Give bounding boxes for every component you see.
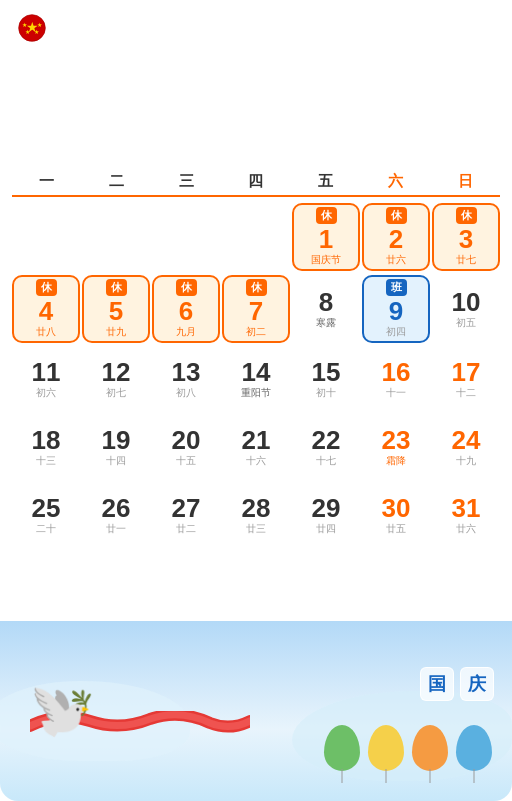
guoqing-label: 国庆 <box>420 667 494 701</box>
svg-text:★: ★ <box>25 28 30 35</box>
day-number: 15 <box>312 359 341 385</box>
day-cell: 30廿五 <box>362 483 430 547</box>
balloon-yellow <box>368 725 404 771</box>
day-number: 19 <box>102 427 131 453</box>
day-number: 20 <box>172 427 201 453</box>
day-number: 6 <box>179 298 193 324</box>
day-cell <box>12 203 80 271</box>
balloon-blue <box>456 725 492 771</box>
day-cell: 25二十 <box>12 483 80 547</box>
day-number: 7 <box>249 298 263 324</box>
lunar-date: 十六 <box>246 454 266 468</box>
month-display <box>492 0 494 12</box>
lunar-date: 二十 <box>36 522 56 536</box>
lunar-date: 九月 <box>176 325 196 339</box>
day-cell: 24十九 <box>432 415 500 479</box>
lunar-date: 初二 <box>246 325 266 339</box>
day-number: 22 <box>312 427 341 453</box>
day-cell: 12初七 <box>82 347 150 411</box>
holiday-badge: 休 <box>316 207 337 224</box>
day-number: 3 <box>459 226 473 252</box>
day-number: 27 <box>172 495 201 521</box>
calendar-container: ★ ★ ★ ★ ★ 一二三四五六日 休1国庆节休2廿六休3廿七休4廿八休5廿九休… <box>0 0 512 801</box>
guoqing-char: 庆 <box>460 667 494 701</box>
day-cell: 29廿四 <box>292 483 360 547</box>
day-number: 24 <box>452 427 481 453</box>
solar-term: 霜降 <box>386 454 406 468</box>
day-number: 31 <box>452 495 481 521</box>
calendar-area: 一二三四五六日 休1国庆节休2廿六休3廿七休4廿八休5廿九休6九月休7初二8寒露… <box>12 172 500 547</box>
holiday-badge: 休 <box>456 207 477 224</box>
day-number: 8 <box>319 289 333 315</box>
lunar-date: 初六 <box>36 386 56 400</box>
day-number: 23 <box>382 427 411 453</box>
lunar-date: 初八 <box>176 386 196 400</box>
day-cell: 26廿一 <box>82 483 150 547</box>
day-number: 30 <box>382 495 411 521</box>
day-cell: 16十一 <box>362 347 430 411</box>
day-number: 5 <box>109 298 123 324</box>
svg-text:★: ★ <box>37 21 42 28</box>
lunar-date: 初十 <box>316 386 336 400</box>
svg-text:★: ★ <box>22 21 27 28</box>
day-number: 2 <box>389 226 403 252</box>
lunar-date: 廿一 <box>106 522 126 536</box>
day-cell: 11初六 <box>12 347 80 411</box>
lunar-date: 廿七 <box>456 253 476 267</box>
lunar-date: 初四 <box>386 325 406 339</box>
day-cell: 休4廿八 <box>12 275 80 343</box>
guoqing-char: 国 <box>420 667 454 701</box>
day-cell: 31廿六 <box>432 483 500 547</box>
day-cell: 14重阳节 <box>222 347 290 411</box>
day-cell: 18十三 <box>12 415 80 479</box>
weekday-cell: 五 <box>291 172 361 191</box>
day-cell: 8寒露 <box>292 275 360 343</box>
dove-icon: 🕊️ <box>30 684 95 736</box>
weekday-cell: 二 <box>82 172 152 191</box>
holiday-badge: 休 <box>106 279 127 296</box>
day-cell: 休5廿九 <box>82 275 150 343</box>
lunar-date: 十一 <box>386 386 406 400</box>
day-cell: 休3廿七 <box>432 203 500 271</box>
day-cell: 13初八 <box>152 347 220 411</box>
balloons <box>324 725 492 771</box>
day-cell: 17十二 <box>432 347 500 411</box>
lunar-date: 十四 <box>106 454 126 468</box>
weekday-cell: 四 <box>221 172 291 191</box>
day-number: 12 <box>102 359 131 385</box>
lunar-date: 十二 <box>456 386 476 400</box>
day-cell: 21十六 <box>222 415 290 479</box>
day-number: 4 <box>39 298 53 324</box>
lunar-date: 廿五 <box>386 522 406 536</box>
lunar-date: 初七 <box>106 386 126 400</box>
day-cell: 休1国庆节 <box>292 203 360 271</box>
day-number: 10 <box>452 289 481 315</box>
day-cell <box>82 203 150 271</box>
day-cell <box>222 203 290 271</box>
day-number: 18 <box>32 427 61 453</box>
day-number: 21 <box>242 427 271 453</box>
lunar-date: 廿六 <box>456 522 476 536</box>
day-number: 28 <box>242 495 271 521</box>
lunar-date: 廿六 <box>386 253 406 267</box>
day-number: 9 <box>389 298 403 324</box>
day-cell: 27廿二 <box>152 483 220 547</box>
lunar-date: 国庆节 <box>311 253 341 267</box>
days-grid: 休1国庆节休2廿六休3廿七休4廿八休5廿九休6九月休7初二8寒露班9初四10初五… <box>12 203 500 547</box>
day-cell: 23霜降 <box>362 415 430 479</box>
day-cell <box>152 203 220 271</box>
work-badge: 班 <box>386 279 407 296</box>
bottom-decoration: 🕊️ 国庆 <box>0 621 512 801</box>
holiday-badge: 休 <box>36 279 57 296</box>
day-cell: 10初五 <box>432 275 500 343</box>
lunar-date: 十五 <box>176 454 196 468</box>
weekday-cell: 三 <box>151 172 221 191</box>
lunar-date: 廿二 <box>176 522 196 536</box>
svg-text:★: ★ <box>34 28 39 35</box>
lunar-date: 十九 <box>456 454 476 468</box>
day-number: 29 <box>312 495 341 521</box>
solar-term: 重阳节 <box>241 386 271 400</box>
day-cell: 休6九月 <box>152 275 220 343</box>
day-number: 25 <box>32 495 61 521</box>
day-number: 17 <box>452 359 481 385</box>
